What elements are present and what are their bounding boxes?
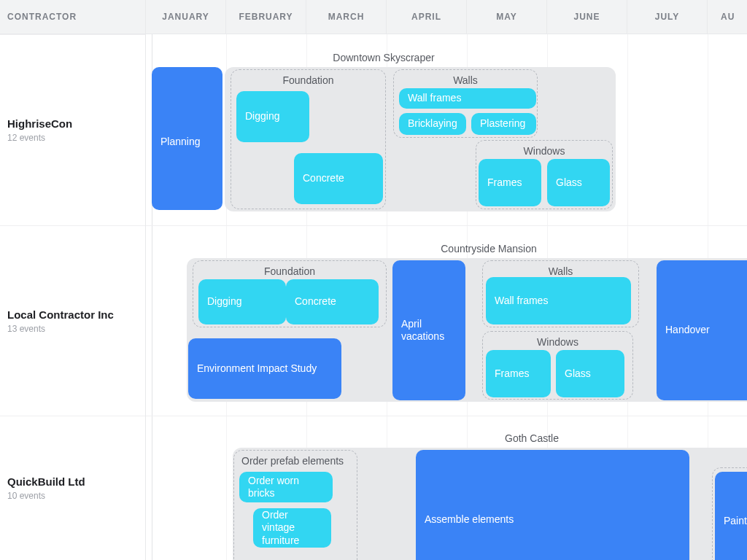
- task-label: Paint: [724, 515, 747, 528]
- contractor-column: HighriseCon 12 events Local Contractor I…: [0, 34, 146, 560]
- task-block-digging-2[interactable]: Digging: [198, 279, 286, 324]
- task-block-wall-frames[interactable]: Wall frames: [399, 88, 536, 109]
- task-block-order-furniture[interactable]: Order vintage furniture: [253, 508, 331, 548]
- task-block-glass-2[interactable]: Glass: [556, 350, 624, 397]
- months-header: JANUARY FEBRUARY MARCH APRIL MAY JUNE JU…: [146, 0, 747, 34]
- task-block-assemble[interactable]: Assemble elements: [416, 450, 689, 560]
- task-label: Concrete: [303, 172, 344, 185]
- task-block-paint[interactable]: Paint: [715, 472, 747, 560]
- contractor-row[interactable]: QuickBuild Ltd 10 events: [0, 416, 145, 560]
- subgroup-label: Foundation: [231, 70, 385, 88]
- contractor-column-header: CONTRACTOR: [0, 0, 146, 34]
- task-block-concrete-2[interactable]: Concrete: [286, 279, 379, 324]
- timeline-canvas[interactable]: Downtown Skyscraper Planning Foundation …: [146, 34, 747, 560]
- task-block-handover[interactable]: Handover: [657, 260, 747, 400]
- task-block-environment-study[interactable]: Environment Impact Study: [188, 338, 341, 399]
- month-header-cell[interactable]: JANUARY: [146, 0, 226, 34]
- contractor-row[interactable]: HighriseCon 12 events: [0, 34, 145, 225]
- row-separator: [146, 225, 747, 226]
- task-block-glass[interactable]: Glass: [547, 159, 610, 206]
- task-label: Wall frames: [495, 295, 548, 308]
- task-block-concrete[interactable]: Concrete: [294, 153, 383, 204]
- task-block-wall-frames-2[interactable]: Wall frames: [486, 277, 631, 324]
- subgroup-label: Order prefab elements: [234, 451, 357, 468]
- subgroup-label: Walls: [483, 261, 638, 279]
- task-label: Order vintage furniture: [262, 509, 322, 548]
- contractor-name: Local Contractor Inc: [7, 308, 138, 321]
- month-header-cell[interactable]: AU: [708, 0, 747, 34]
- task-block-april-vacations[interactable]: April vacations: [392, 260, 465, 400]
- timeline-header: CONTRACTOR JANUARY FEBRUARY MARCH APRIL …: [0, 0, 747, 34]
- task-block-planning[interactable]: Planning: [152, 67, 222, 210]
- task-block-frames[interactable]: Frames: [479, 159, 541, 206]
- task-label: Frames: [495, 368, 529, 381]
- task-label: Handover: [665, 324, 710, 337]
- task-block-plastering[interactable]: Plastering: [471, 113, 536, 135]
- task-label: Order worn bricks: [248, 475, 324, 500]
- month-header-cell[interactable]: JUNE: [547, 0, 627, 34]
- task-label: Plastering: [480, 117, 525, 131]
- month-header-cell[interactable]: FEBRUARY: [226, 0, 306, 34]
- project-label: Goth Castle: [233, 432, 747, 444]
- subgroup-label: Walls: [394, 70, 537, 88]
- contractor-event-count: 12 events: [7, 133, 138, 143]
- contractor-event-count: 13 events: [7, 324, 138, 334]
- task-block-frames-2[interactable]: Frames: [486, 350, 551, 397]
- task-label: Digging: [245, 110, 279, 123]
- task-block-digging[interactable]: Digging: [236, 91, 309, 142]
- task-block-order-bricks[interactable]: Order worn bricks: [239, 472, 333, 502]
- row-separator: [146, 416, 747, 416]
- month-header-cell[interactable]: MARCH: [306, 0, 387, 34]
- contractor-row[interactable]: Local Contractor Inc 13 events: [0, 225, 145, 416]
- scheduler-viewport: CONTRACTOR JANUARY FEBRUARY MARCH APRIL …: [0, 0, 747, 560]
- task-label: Environment Impact Study: [197, 362, 317, 376]
- contractor-name: HighriseCon: [7, 117, 138, 130]
- task-label: Bricklaying: [408, 117, 457, 131]
- subgroup-label: Foundation: [193, 261, 386, 279]
- task-label: Glass: [565, 368, 591, 381]
- task-label: April vacations: [401, 318, 457, 343]
- contractor-event-count: 10 events: [7, 491, 138, 501]
- task-label: Concrete: [295, 295, 336, 308]
- task-label: Frames: [487, 176, 522, 190]
- project-label: Countryside Mansion: [190, 243, 747, 254]
- task-label: Digging: [207, 295, 241, 308]
- month-header-cell[interactable]: APRIL: [387, 0, 467, 34]
- contractor-name: QuickBuild Ltd: [7, 475, 138, 488]
- month-header-cell[interactable]: MAY: [467, 0, 547, 34]
- task-label: Glass: [556, 176, 582, 190]
- task-label: Wall frames: [408, 92, 461, 105]
- task-label: Planning: [160, 136, 201, 149]
- subgroup-label: Windows: [483, 332, 632, 349]
- month-header-cell[interactable]: JULY: [627, 0, 708, 34]
- project-label: Downtown Skyscraper: [152, 52, 616, 63]
- task-label: Assemble elements: [425, 513, 514, 526]
- subgroup-label: Windows: [476, 141, 612, 158]
- task-block-bricklaying[interactable]: Bricklaying: [399, 113, 466, 135]
